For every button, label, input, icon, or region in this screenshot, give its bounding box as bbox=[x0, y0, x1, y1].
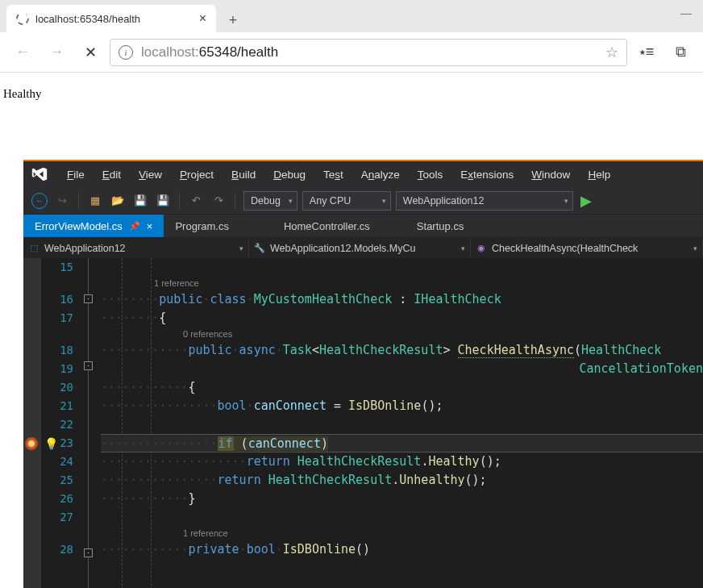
redo-button[interactable]: ↷ bbox=[209, 191, 228, 211]
codelens-ref[interactable]: 0 references bbox=[101, 327, 703, 341]
browser-chrome: — localhost:65348/health × + ← → ✕ i loc… bbox=[0, 0, 703, 73]
lightbulb-icon[interactable]: 💡 bbox=[44, 437, 58, 450]
new-tab-button[interactable]: + bbox=[221, 8, 245, 32]
startup-combo[interactable]: WebApplication12 bbox=[396, 191, 573, 211]
start-debug-button[interactable]: ▶ bbox=[576, 191, 596, 211]
address-bar[interactable]: i localhost:65348/health ☆ bbox=[110, 39, 627, 66]
nav-project-combo[interactable]: ⬚WebApplication12 bbox=[23, 238, 249, 258]
save-all-button[interactable]: 💾 bbox=[153, 191, 173, 211]
config-combo[interactable]: Debug bbox=[243, 191, 297, 211]
forward-button[interactable]: → bbox=[42, 38, 71, 67]
menu-window[interactable]: Window bbox=[523, 165, 578, 184]
codelens-ref[interactable]: 1 reference bbox=[101, 277, 703, 290]
vs-logo-icon[interactable] bbox=[28, 165, 51, 183]
save-button[interactable]: 💾 bbox=[131, 191, 150, 211]
breakpoint-current-icon[interactable] bbox=[25, 437, 38, 450]
open-button[interactable]: 📂 bbox=[108, 191, 127, 211]
window-minimize-button[interactable]: — bbox=[669, 2, 703, 24]
browser-tab-active[interactable]: localhost:65348/health × bbox=[6, 5, 216, 32]
codelens-ref[interactable]: 1 reference bbox=[101, 527, 703, 540]
vs-nav-bar: ⬚WebApplication12 🔧WebApplication12.Mode… bbox=[23, 237, 703, 258]
line-number-gutter: 15 16 17 18 19 20 21 22 23 24 25 26 27 2… bbox=[41, 258, 81, 588]
stop-button[interactable]: ✕ bbox=[76, 38, 105, 67]
menu-view[interactable]: View bbox=[131, 165, 170, 184]
menu-analyze[interactable]: Analyze bbox=[353, 165, 408, 184]
menu-test[interactable]: Test bbox=[315, 165, 352, 184]
new-item-button[interactable]: ▦ bbox=[85, 191, 105, 211]
browser-toolbar: ← → ✕ i localhost:65348/health ☆ ⭑≡ ⧉ bbox=[0, 32, 703, 73]
code-content[interactable]: 1 reference ········public·class·MyCusto… bbox=[98, 258, 703, 588]
vs-doc-tabs: ErrorViewModel.cs📌× Program.cs HomeContr… bbox=[23, 215, 703, 237]
favorite-star-icon[interactable]: ☆ bbox=[605, 44, 618, 61]
undo-button[interactable]: ↶ bbox=[186, 191, 206, 211]
menu-build[interactable]: Build bbox=[223, 165, 264, 184]
tab-close-icon[interactable]: × bbox=[199, 11, 206, 26]
tab-startup[interactable]: Startup.cs bbox=[406, 215, 476, 237]
menu-extensions[interactable]: Extensions bbox=[452, 165, 522, 184]
code-editor[interactable]: 💡 15 16 17 18 19 20 21 22 23 24 25 26 27… bbox=[23, 258, 703, 588]
vs-menubar: File Edit View Project Build Debug Test … bbox=[23, 161, 703, 187]
class-icon: 🔧 bbox=[254, 243, 265, 254]
browser-tab-title: localhost:65348/health bbox=[35, 13, 193, 25]
platform-combo[interactable]: Any CPU bbox=[302, 191, 391, 211]
tab-homecontroller[interactable]: HomeController.cs bbox=[272, 215, 381, 237]
menu-file[interactable]: File bbox=[59, 165, 93, 184]
menu-tools[interactable]: Tools bbox=[410, 165, 451, 184]
page-content: Healthy bbox=[0, 73, 703, 115]
menu-help[interactable]: Help bbox=[580, 165, 618, 184]
back-button[interactable]: ← bbox=[8, 38, 37, 67]
method-icon: ◉ bbox=[476, 243, 487, 254]
pin-icon[interactable]: 📌 bbox=[129, 221, 140, 231]
browser-tab-strip: localhost:65348/health × + bbox=[0, 0, 703, 32]
favorites-bar-icon[interactable]: ⭑≡ bbox=[632, 38, 661, 67]
url-text: localhost:65348/health bbox=[141, 44, 278, 60]
nav-class-combo[interactable]: 🔧WebApplication12.Models.MyCu bbox=[249, 238, 471, 258]
nav-back-button[interactable]: ← bbox=[30, 191, 49, 211]
collections-icon[interactable]: ⧉ bbox=[666, 38, 695, 67]
tab-program[interactable]: Program.cs bbox=[164, 215, 239, 237]
menu-edit[interactable]: Edit bbox=[94, 165, 129, 184]
breakpoint-gutter[interactable] bbox=[23, 258, 41, 588]
window-buttons: — bbox=[669, 2, 703, 24]
fold-toggle[interactable]: - bbox=[84, 361, 93, 370]
menu-debug[interactable]: Debug bbox=[265, 165, 314, 184]
tab-errorviewmodel[interactable]: ErrorViewModel.cs📌× bbox=[23, 215, 164, 237]
loading-favicon-icon bbox=[16, 12, 29, 25]
visual-studio-window: File Edit View Project Build Debug Test … bbox=[23, 160, 703, 588]
fold-gutter[interactable]: - - - bbox=[81, 258, 98, 588]
tab-close-icon[interactable]: × bbox=[147, 220, 153, 232]
vs-toolbar: ← ↪ ▦ 📂 💾 💾 ↶ ↷ Debug Any CPU WebApplica… bbox=[23, 187, 703, 215]
fold-toggle[interactable]: - bbox=[84, 294, 93, 303]
nav-fwd-button[interactable]: ↪ bbox=[52, 191, 72, 211]
project-icon: ⬚ bbox=[28, 243, 40, 254]
nav-method-combo[interactable]: ◉CheckHealthAsync(HealthCheck bbox=[471, 238, 703, 258]
fold-toggle[interactable]: - bbox=[84, 548, 93, 557]
site-info-icon[interactable]: i bbox=[119, 45, 133, 60]
menu-project[interactable]: Project bbox=[172, 165, 222, 184]
